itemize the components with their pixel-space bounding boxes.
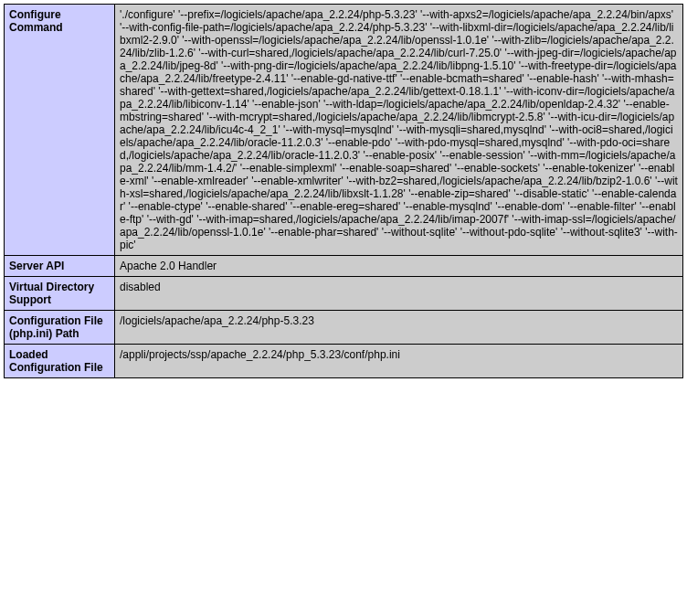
table-row: Configuration File (php.ini) Path /logic…: [5, 311, 683, 345]
table-row: Server API Apache 2.0 Handler: [5, 256, 683, 277]
table-row: Configure Command './configure' '--prefi…: [5, 5, 683, 256]
row-value: /logiciels/apache/apa_2.2.24/php-5.3.23: [115, 311, 683, 345]
row-label: Virtual Directory Support: [5, 277, 115, 311]
row-value: disabled: [115, 277, 683, 311]
row-label: Configuration File (php.ini) Path: [5, 311, 115, 345]
table-row: Virtual Directory Support disabled: [5, 277, 683, 311]
table-row: Loaded Configuration File /appli/project…: [5, 345, 683, 378]
row-label: Loaded Configuration File: [5, 345, 115, 378]
row-value: './configure' '--prefix=/logiciels/apach…: [115, 5, 683, 256]
phpinfo-table: Configure Command './configure' '--prefi…: [4, 4, 683, 378]
row-value: Apache 2.0 Handler: [115, 256, 683, 277]
row-value: /appli/projects/ssp/apache_2.2.24/php_5.…: [115, 345, 683, 378]
row-label: Server API: [5, 256, 115, 277]
row-label: Configure Command: [5, 5, 115, 256]
